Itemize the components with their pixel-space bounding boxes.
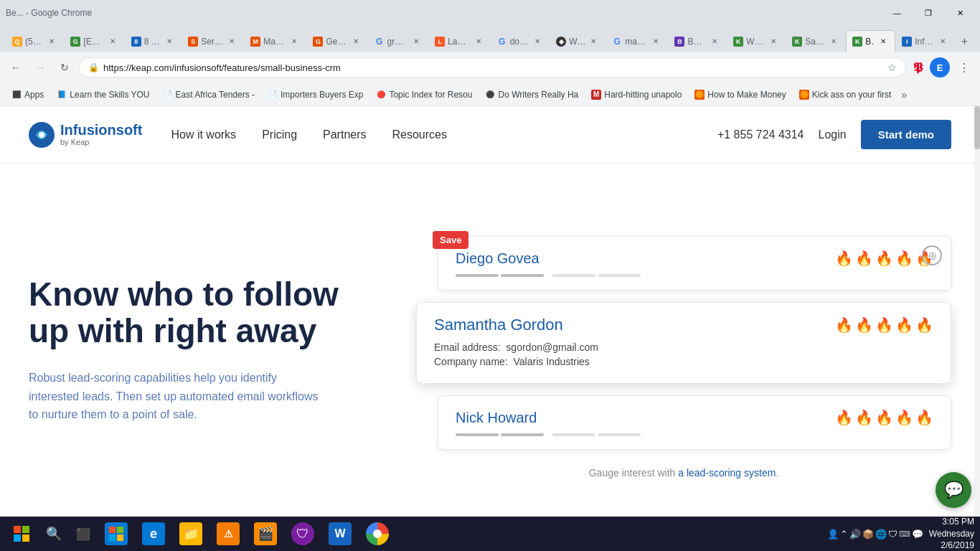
tab-15-close[interactable]: ✕: [877, 36, 889, 47]
tab-3[interactable]: 8 8 Hu ✕: [125, 30, 182, 52]
tab-5-favicon: M: [250, 37, 260, 47]
tab-12-close[interactable]: ✕: [709, 36, 720, 47]
tab-2[interactable]: G [Early ✕: [64, 30, 125, 52]
lead-card-diego-header: Diego Govea 🔥 🔥 🔥 🔥 🔥 ⊕: [456, 250, 933, 267]
tab-5-close[interactable]: ✕: [288, 36, 300, 47]
lead-scoring-link[interactable]: a lead-scoring system: [678, 467, 776, 479]
pinterest-icon[interactable]: 𝕻: [913, 60, 923, 75]
tab-11[interactable]: G marke ✕: [606, 30, 668, 52]
tab-14[interactable]: K Sales ✕: [786, 30, 846, 52]
tab-9-close[interactable]: ✕: [532, 36, 543, 47]
dropbox-icon[interactable]: 📦: [862, 529, 874, 540]
tab-2-close[interactable]: ✕: [107, 36, 118, 47]
taskbar-word[interactable]: W: [323, 518, 357, 550]
antivirus-icon[interactable]: 🛡: [888, 529, 897, 540]
system-clock[interactable]: 3:05 PM Wednesday2/6/2019: [929, 516, 974, 551]
tab-9[interactable]: G down ✕: [491, 30, 550, 52]
nav-how-it-works[interactable]: How it works: [171, 128, 236, 141]
notifications-icon[interactable]: 💬: [912, 529, 923, 540]
start-button[interactable]: [6, 518, 37, 550]
site-header: Infusionsoft by Keap How it works Pricin…: [0, 106, 980, 164]
forward-button[interactable]: →: [30, 57, 50, 77]
bookmark-do-writers[interactable]: ⚫ Do Writers Really Ha: [479, 87, 584, 103]
site-logo[interactable]: Infusionsoft by Keap: [29, 122, 142, 148]
bookmark-star-icon[interactable]: ☆: [887, 62, 897, 73]
apps-favicon: ⬛: [11, 90, 22, 100]
page-scrollbar[interactable]: [974, 106, 980, 551]
bookmark-east-africa[interactable]: 📄 East Africa Tenders -: [157, 87, 261, 103]
chat-bubble-button[interactable]: 💬: [936, 472, 971, 508]
profile-button[interactable]: E: [930, 57, 950, 77]
chrome-menu-button[interactable]: ⋮: [954, 57, 974, 77]
taskbar-ms-store[interactable]: [99, 518, 133, 550]
tab-13-close[interactable]: ✕: [768, 36, 779, 47]
bookmarks-more-button[interactable]: »: [898, 86, 910, 103]
tab-6-close[interactable]: ✕: [350, 36, 362, 47]
taskbar-right: 👤 ⌃ 🔊 📦 🌐 🛡 ⌨ 💬 3:05 PM Wednesday2/6/201…: [827, 516, 974, 551]
login-link[interactable]: Login: [818, 128, 846, 141]
taskbar-search-button[interactable]: 🔍: [40, 518, 67, 550]
tab-16-close[interactable]: ✕: [937, 36, 948, 47]
bookmark-hard-hitting[interactable]: M Hard-hitting unapolo: [585, 87, 687, 103]
bookmark-topic-index[interactable]: 🔴 Topic Index for Resou: [370, 87, 478, 103]
tab-12[interactable]: B Best- ✕: [668, 30, 727, 52]
taskbar-vlc[interactable]: 🎬: [248, 518, 283, 550]
people-icon[interactable]: 👤: [827, 529, 839, 540]
scrollbar-thumb[interactable]: [974, 106, 980, 149]
taskbar-vpn[interactable]: 🛡: [286, 518, 320, 550]
taskbar-app-4[interactable]: ⚠: [211, 518, 245, 550]
save-button[interactable]: Save: [433, 231, 468, 249]
tab-8[interactable]: L Launc ✕: [428, 30, 490, 52]
tab-7-close[interactable]: ✕: [410, 36, 422, 47]
keyboard-icon[interactable]: ⌨: [899, 529, 910, 539]
tab-4[interactable]: S Servic ✕: [182, 30, 244, 52]
tab-11-close[interactable]: ✕: [650, 36, 661, 47]
volume-icon[interactable]: 🔊: [849, 529, 861, 540]
how-to-make-money-favicon: 🟠: [694, 90, 705, 100]
nav-pricing[interactable]: Pricing: [262, 128, 297, 141]
restore-button[interactable]: ❐: [914, 3, 943, 23]
taskbar-file-explorer[interactable]: 📁: [174, 518, 208, 550]
tab-13[interactable]: K What ✕: [727, 30, 786, 52]
address-bar[interactable]: 🔒 https://keap.com/infusionsoft/features…: [79, 57, 906, 77]
network-icon[interactable]: 🌐: [875, 529, 887, 540]
back-button[interactable]: ←: [6, 57, 26, 77]
bookmark-kick-ass[interactable]: 🟠 Kick ass on your first: [793, 87, 897, 103]
flame-s1: 🔥: [835, 316, 853, 334]
minimize-button[interactable]: —: [882, 3, 911, 23]
bookmark-how-to-make-money[interactable]: 🟠 How to Make Money: [689, 87, 791, 103]
flame-4: 🔥: [895, 250, 913, 267]
tab-5-label: Marke: [263, 37, 286, 47]
tab-16[interactable]: I Infusi ✕: [895, 30, 955, 52]
tab-10[interactable]: ◆ Why ✕: [550, 30, 606, 52]
tab-5[interactable]: M Marke ✕: [244, 30, 306, 52]
tab-10-close[interactable]: ✕: [588, 36, 599, 47]
refresh-button[interactable]: ↻: [55, 57, 75, 77]
tab-6[interactable]: G Get si ✕: [306, 30, 367, 52]
nav-partners[interactable]: Partners: [323, 128, 366, 141]
tab-4-close[interactable]: ✕: [226, 36, 237, 47]
task-view-button[interactable]: ⬛: [70, 518, 96, 550]
tab-7[interactable]: G graph ✕: [368, 30, 429, 52]
nav-resources[interactable]: Resources: [392, 128, 447, 141]
tab-8-close[interactable]: ✕: [473, 36, 484, 47]
new-tab-button[interactable]: +: [955, 32, 974, 52]
card-expand-icon[interactable]: ⊕: [922, 245, 942, 265]
chevron-up-icon[interactable]: ⌃: [840, 529, 848, 540]
tab-3-close[interactable]: ✕: [164, 36, 175, 47]
bookmark-importers[interactable]: 📄 Importers Buyers Exp: [262, 87, 369, 103]
bookmark-importers-label: Importers Buyers Exp: [281, 90, 363, 100]
start-demo-button[interactable]: Start demo: [861, 120, 951, 149]
taskbar-chrome[interactable]: [360, 518, 395, 550]
bookmark-learn[interactable]: 📘 Learn the Skills YOU: [51, 87, 155, 103]
bookmark-apps[interactable]: ⬛ Apps: [6, 87, 50, 103]
tab-12-label: Best-: [687, 37, 706, 47]
taskbar-edge[interactable]: e: [136, 518, 171, 550]
close-button[interactable]: ✕: [946, 3, 974, 23]
tab-9-label: down: [510, 37, 529, 47]
tab-15-active[interactable]: K Be ✕: [846, 30, 895, 52]
tab-1[interactable]: Q (5) Is ✕: [6, 30, 64, 52]
topic-index-favicon: 🔴: [376, 90, 386, 100]
tab-14-close[interactable]: ✕: [828, 36, 839, 47]
tab-1-close[interactable]: ✕: [46, 36, 57, 47]
